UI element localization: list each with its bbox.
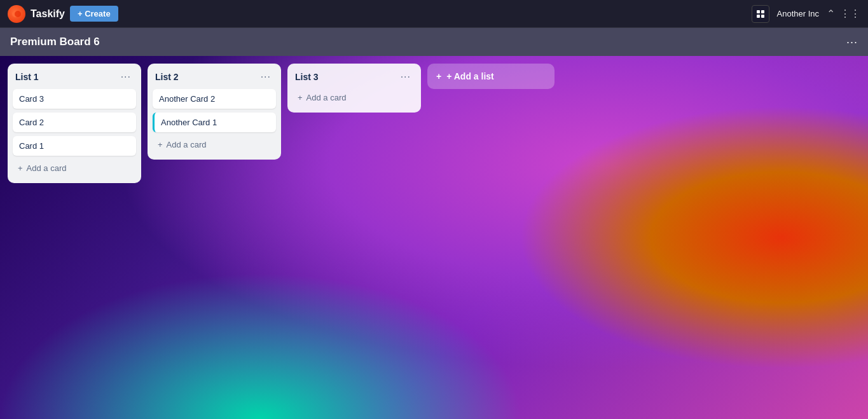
plus-icon: +: [158, 140, 163, 149]
list-1-title: List 1: [15, 72, 39, 82]
list-2-menu-button[interactable]: ···: [258, 70, 273, 84]
header-icons: ⌃ ⋮⋮: [827, 8, 860, 20]
user-badge: [752, 5, 769, 23]
list-2-title: List 2: [155, 72, 179, 82]
board-title: Premium Board 6: [10, 36, 100, 48]
svg-rect-3: [761, 10, 764, 13]
add-card-label: Add a card: [307, 93, 347, 102]
lists-container: List 1 ··· Card 3 Card 2 Card 1 + Add a …: [0, 56, 868, 419]
list-1-menu-button[interactable]: ···: [118, 70, 134, 84]
card-2[interactable]: Card 2: [13, 113, 136, 132]
list-2-header: List 2 ···: [153, 70, 276, 84]
svg-rect-5: [761, 15, 764, 18]
plus-icon: +: [18, 163, 23, 173]
list-3-title: List 3: [295, 72, 319, 82]
list-3-menu-button[interactable]: ···: [398, 70, 413, 84]
another-card-2[interactable]: Another Card 2: [153, 89, 276, 109]
list-3-header: List 3 ···: [293, 70, 416, 84]
header: Taskify + Create Another Inc ⌃ ⋮⋮: [0, 0, 868, 28]
board-menu-icon[interactable]: ···: [846, 36, 858, 49]
header-left: Taskify + Create: [8, 5, 118, 23]
list-1: List 1 ··· Card 3 Card 2 Card 1 + Add a …: [8, 64, 141, 183]
grid-icon[interactable]: ⋮⋮: [840, 8, 860, 20]
board-bar: Premium Board 6 ···: [0, 28, 868, 56]
add-list-button[interactable]: + + Add a list: [427, 64, 555, 89]
plus-icon: +: [298, 93, 303, 102]
list-2: List 2 ··· Another Card 2 Another Card 1…: [148, 64, 281, 160]
create-button[interactable]: + Create: [70, 6, 118, 22]
card-1[interactable]: Card 1: [13, 136, 136, 156]
list-1-add-card-button[interactable]: + Add a card: [13, 160, 136, 177]
another-card-1[interactable]: Another Card 1: [153, 113, 276, 132]
svg-rect-2: [757, 10, 760, 13]
plus-icon: +: [436, 71, 441, 81]
logo-icon: [8, 5, 25, 23]
board-content: List 1 ··· Card 3 Card 2 Card 1 + Add a …: [0, 56, 868, 419]
list-1-header: List 1 ···: [13, 70, 136, 84]
header-right: Another Inc ⌃ ⋮⋮: [752, 5, 861, 23]
add-card-label: Add a card: [167, 140, 207, 149]
card-3[interactable]: Card 3: [13, 89, 136, 109]
company-name: Another Inc: [777, 9, 820, 18]
list-3-add-card-button[interactable]: + Add a card: [293, 89, 416, 106]
chevron-up-icon[interactable]: ⌃: [827, 8, 835, 20]
list-2-add-card-button[interactable]: + Add a card: [153, 136, 276, 153]
add-list-label: + Add a list: [446, 71, 494, 81]
logo-text: Taskify: [31, 8, 65, 20]
list-3: List 3 ··· + Add a card: [287, 64, 421, 113]
svg-point-1: [15, 11, 21, 17]
svg-rect-4: [757, 15, 760, 18]
add-card-label: Add a card: [27, 163, 67, 173]
